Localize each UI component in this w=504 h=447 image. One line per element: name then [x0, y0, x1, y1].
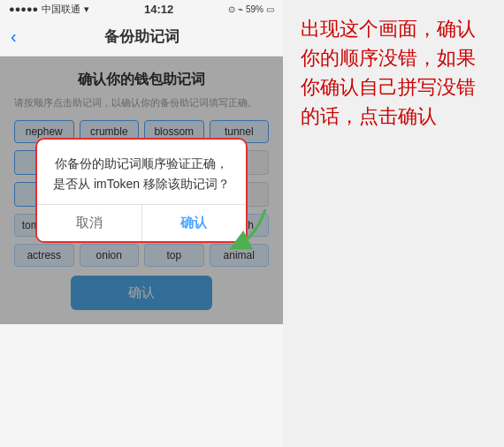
signal-dots: ●●●●● — [9, 4, 38, 14]
nav-title: 备份助记词 — [104, 27, 179, 47]
annotation-panel: 出现这个画面，确认你的顺序没错，如果你确认自己拼写没错的话，点击确认 — [283, 0, 504, 447]
back-button[interactable]: ‹ — [11, 27, 17, 47]
battery-icon: ▭ — [266, 4, 274, 14]
phone-container: ●●●●● 中国联通 ▾ 14:12 ⊙ ⌁ 59% ▭ ‹ 备份助记词 确认你… — [0, 0, 283, 447]
status-right: ⊙ ⌁ 59% ▭ — [228, 4, 274, 14]
modal-content: 你备份的助记词顺序验证正确，是否从 imToken 移除该助记词？ — [37, 140, 246, 204]
modal-confirm-button[interactable]: 确认 — [142, 205, 247, 241]
modal-actions: 取消 确认 — [37, 204, 246, 241]
screen-record-icon: ⊙ — [228, 4, 235, 14]
carrier-name: 中国联通 — [42, 3, 80, 16]
bluetooth-icon: ⌁ — [238, 4, 243, 14]
annotation-text: 出现这个画面，确认你的顺序没错，如果你确认自己拼写没错的话，点击确认 — [301, 14, 490, 131]
modal-cancel-button[interactable]: 取消 — [37, 205, 142, 241]
status-left: ●●●●● 中国联通 ▾ — [9, 3, 89, 16]
modal-message: 你备份的助记词顺序验证正确，是否从 imToken 移除该助记词？ — [51, 154, 232, 193]
battery-percent: 59% — [246, 4, 263, 14]
status-bar: ●●●●● 中国联通 ▾ 14:12 ⊙ ⌁ 59% ▭ — [0, 0, 283, 18]
modal-box: 你备份的助记词顺序验证正确，是否从 imToken 移除该助记词？ 取消 确认 — [35, 138, 248, 243]
wifi-icon: ▾ — [84, 4, 89, 15]
modal-overlay: 你备份的助记词顺序验证正确，是否从 imToken 移除该助记词？ 取消 确认 — [0, 57, 283, 324]
nav-bar: ‹ 备份助记词 — [0, 18, 283, 57]
content-area: 确认你的钱包助记词 请按顺序点击助记词，以确认你的备份助记词填写正确。 neph… — [0, 57, 283, 324]
status-time: 14:12 — [144, 3, 173, 16]
